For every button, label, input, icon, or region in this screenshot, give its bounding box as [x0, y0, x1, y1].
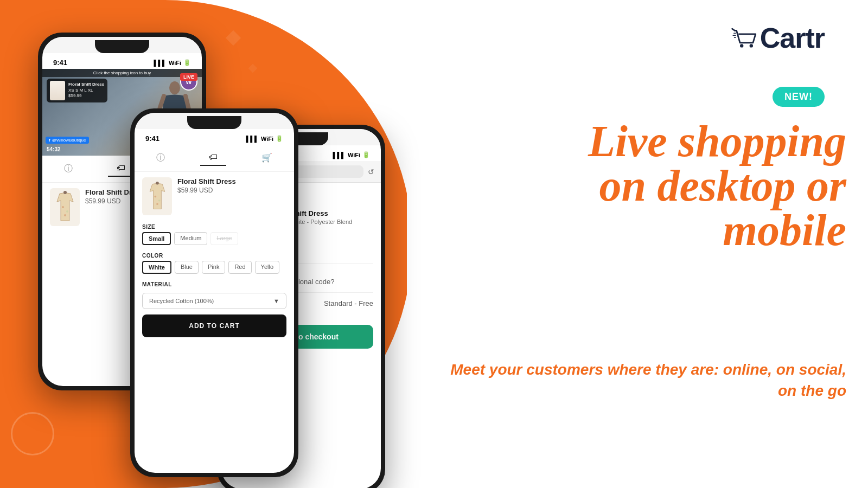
logo-cart-icon [731, 27, 758, 49]
info-tab-icon[interactable]: ⓘ [55, 161, 81, 177]
svg-point-9 [64, 214, 66, 216]
popup-product-info: Floral Shift Dress XS S M L XL $59.99 [68, 82, 104, 99]
phone-1-time: 9:41 [53, 59, 67, 67]
color-options: White Blue Pink Red Yello [135, 261, 294, 274]
size-small[interactable]: Small [142, 232, 171, 245]
phone-2-tabs: ⓘ 🏷 🛒 [135, 145, 294, 172]
phone2-product-info: Floral Shift Dress $59.99 USD [177, 177, 286, 194]
color-yellow[interactable]: Yello [255, 261, 279, 274]
color-red[interactable]: Red [228, 261, 251, 274]
subheadline-area: Meet your customers where they are: onli… [434, 359, 846, 401]
stream-product-popup[interactable]: Floral Shift Dress XS S M L XL $59.99 [47, 79, 107, 102]
color-white[interactable]: White [142, 261, 171, 274]
color-blue[interactable]: Blue [175, 261, 199, 274]
svg-point-0 [740, 44, 743, 47]
svg-point-12 [158, 200, 160, 202]
logo-area: Cartr [731, 22, 825, 54]
svg-point-13 [156, 203, 158, 205]
product-mini-img [50, 188, 80, 226]
live-badge: LIVE [180, 73, 197, 81]
phone-1-notch [95, 40, 149, 53]
stream-timer: 54:32 [47, 146, 61, 152]
phone-2-status-icons: ▌▌▌WiFi🔋 [246, 135, 283, 142]
svg-point-1 [749, 44, 752, 47]
size-options: Small Medium Large [135, 232, 294, 245]
phone2-product-price: $59.99 USD [177, 187, 286, 194]
browser-refresh-button[interactable]: ↺ [368, 168, 374, 176]
dropdown-chevron: ▼ [273, 298, 279, 304]
dress-svg [54, 191, 76, 223]
headline-area: Live shopping on desktop or mobile [434, 119, 846, 253]
svg-point-5 [169, 81, 180, 94]
phone-2-screen: 9:41 ▌▌▌WiFi🔋 ⓘ 🏷 🛒 [135, 113, 294, 473]
add-to-cart-button[interactable]: ADD TO CART [142, 314, 286, 337]
color-label: COLOR [135, 249, 294, 261]
delivery-value: Standard - Free [324, 299, 373, 307]
svg-point-11 [154, 195, 156, 197]
phone-2-status-bar: 9:41 ▌▌▌WiFi🔋 [135, 129, 294, 145]
phone-2-product: 9:41 ▌▌▌WiFi🔋 ⓘ 🏷 🛒 [130, 108, 298, 477]
material-value: Recycled Cotton (100%) [149, 298, 214, 304]
logo-text: Cartr [760, 22, 825, 54]
subheadline-text: Meet your customers where they are: onli… [434, 359, 846, 401]
fb-tag: f @WillowBoutique [46, 137, 89, 144]
size-medium[interactable]: Medium [174, 232, 207, 245]
phone2-info-tab[interactable]: ⓘ [148, 150, 174, 166]
material-dropdown[interactable]: Recycled Cotton (100%) ▼ [142, 293, 286, 309]
svg-point-8 [66, 210, 68, 213]
phone2-product-name: Floral Shift Dress [177, 177, 286, 185]
svg-point-7 [62, 206, 64, 208]
svg-point-10 [156, 182, 159, 185]
phone-2-notch [187, 116, 241, 129]
phone2-tag-tab[interactable]: 🏷 [200, 150, 226, 166]
phone2-dress-svg [146, 182, 168, 211]
phone-1-status-bar: 9:41 ▌▌▌WiFi🔋 [42, 53, 202, 69]
phone2-product-img [142, 177, 172, 215]
new-badge: NEW! [773, 87, 825, 107]
material-label: MATERIAL [135, 278, 294, 290]
phone-1-status-icons: ▌▌▌WiFi🔋 [154, 59, 191, 66]
size-label: SIZE [135, 221, 294, 232]
phone2-product-mini: Floral Shift Dress $59.99 USD [135, 172, 294, 221]
phone-2-time: 9:41 [145, 134, 159, 143]
popup-product-img [50, 81, 65, 100]
click-banner: Click the shopping icon to buy [42, 69, 202, 77]
size-large[interactable]: Large [210, 232, 238, 245]
svg-point-6 [63, 191, 67, 194]
phone2-cart-tab[interactable]: 🛒 [253, 150, 281, 166]
color-pink[interactable]: Pink [202, 261, 225, 274]
phones-container: 9:41 ▌▌▌WiFi🔋 Click the shopping icon to… [22, 11, 412, 477]
headline-line1: Live shopping on desktop or mobile [434, 119, 846, 253]
phone-3-status-icons: ▌▌▌WiFi🔋 [333, 151, 370, 158]
